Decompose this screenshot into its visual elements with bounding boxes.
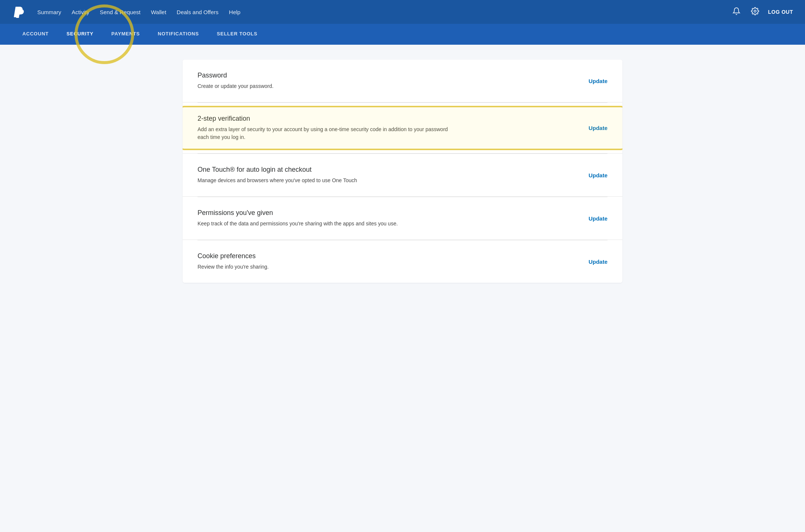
subnav-seller-tools[interactable]: SELLER TOOLS bbox=[217, 31, 258, 38]
cookie-desc: Review the info you're sharing. bbox=[198, 263, 458, 271]
permissions-update-button[interactable]: Update bbox=[588, 215, 607, 222]
one-touch-content: One Touch® for auto login at checkout Ma… bbox=[198, 166, 574, 184]
permissions-content: Permissions you've given Keep track of t… bbox=[198, 209, 574, 228]
cookie-section: Cookie preferences Review the info you'r… bbox=[183, 240, 622, 283]
password-section: Password Create or update your password.… bbox=[183, 60, 622, 102]
top-nav-links: Summary Activity Send & Request Wallet D… bbox=[37, 9, 731, 15]
two-step-update-button[interactable]: Update bbox=[588, 125, 607, 131]
cookie-content: Cookie preferences Review the info you'r… bbox=[198, 252, 574, 271]
nav-wallet[interactable]: Wallet bbox=[151, 9, 166, 15]
svg-point-0 bbox=[754, 10, 756, 12]
top-nav-actions: LOG OUT bbox=[731, 6, 793, 19]
password-update-button[interactable]: Update bbox=[588, 78, 607, 84]
one-touch-section: One Touch® for auto login at checkout Ma… bbox=[183, 154, 622, 197]
nav-send-request[interactable]: Send & Request bbox=[100, 9, 141, 15]
main-content: Password Create or update your password.… bbox=[160, 45, 645, 532]
nav-activity[interactable]: Activity bbox=[72, 9, 89, 15]
security-sections-container: Password Create or update your password.… bbox=[183, 60, 622, 283]
nav-summary[interactable]: Summary bbox=[37, 9, 61, 15]
two-step-section: 2-step verification Add an extra layer o… bbox=[183, 103, 622, 153]
sub-navigation: ACCOUNT SECURITY PAYMENTS NOTIFICATIONS … bbox=[0, 24, 805, 45]
one-touch-desc: Manage devices and browsers where you've… bbox=[198, 177, 458, 184]
two-step-title: 2-step verification bbox=[198, 115, 574, 123]
one-touch-title: One Touch® for auto login at checkout bbox=[198, 166, 574, 174]
password-content: Password Create or update your password. bbox=[198, 72, 574, 90]
notifications-icon[interactable] bbox=[731, 6, 742, 19]
permissions-title: Permissions you've given bbox=[198, 209, 574, 217]
permissions-section: Permissions you've given Keep track of t… bbox=[183, 197, 622, 240]
password-desc: Create or update your password. bbox=[198, 82, 458, 90]
settings-icon[interactable] bbox=[749, 6, 761, 19]
password-title: Password bbox=[198, 72, 574, 79]
paypal-logo[interactable] bbox=[12, 5, 25, 19]
subnav-account[interactable]: ACCOUNT bbox=[22, 31, 49, 38]
subnav-security[interactable]: SECURITY bbox=[67, 31, 94, 38]
nav-help[interactable]: Help bbox=[229, 9, 240, 15]
cookie-title: Cookie preferences bbox=[198, 252, 574, 260]
subnav-payments[interactable]: PAYMENTS bbox=[111, 31, 140, 38]
logout-button[interactable]: LOG OUT bbox=[768, 9, 793, 15]
permissions-desc: Keep track of the data and permissions y… bbox=[198, 220, 458, 228]
two-step-content: 2-step verification Add an extra layer o… bbox=[198, 115, 574, 141]
two-step-desc: Add an extra layer of security to your a… bbox=[198, 126, 458, 141]
subnav-notifications[interactable]: NOTIFICATIONS bbox=[158, 31, 199, 38]
one-touch-update-button[interactable]: Update bbox=[588, 172, 607, 178]
top-navigation: Summary Activity Send & Request Wallet D… bbox=[0, 0, 805, 24]
sub-nav-links: ACCOUNT SECURITY PAYMENTS NOTIFICATIONS … bbox=[22, 31, 258, 38]
cookie-update-button[interactable]: Update bbox=[588, 259, 607, 265]
nav-deals[interactable]: Deals and Offers bbox=[177, 9, 218, 15]
